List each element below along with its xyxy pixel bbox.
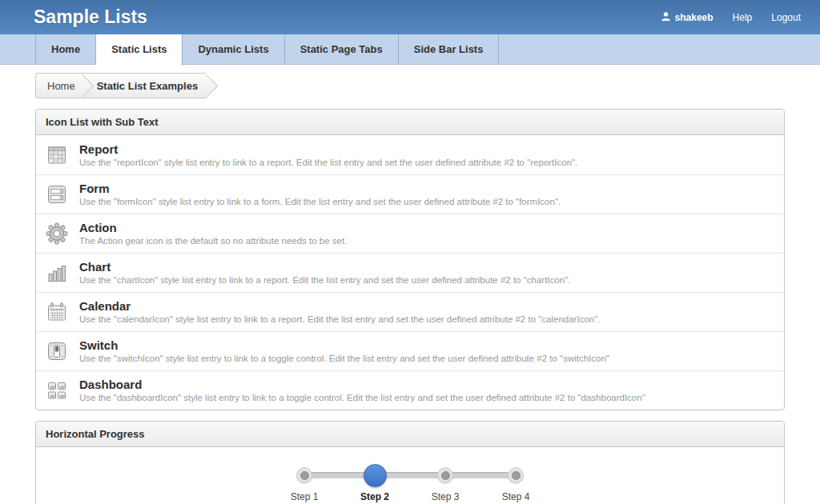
icon-list-panel-title: Icon List with Sub Text (36, 110, 784, 135)
list-item-subtext: Use the "reportIcon" style list entry to… (79, 158, 577, 168)
tab-side-bar-lists[interactable]: Side Bar Lists (399, 34, 500, 64)
list-item-title: Switch (79, 338, 609, 352)
list-item-text: Chart Use the "chartIcon" style list ent… (79, 260, 570, 286)
list-item-chart[interactable]: Chart Use the "chartIcon" style list ent… (36, 253, 784, 292)
app-header: Sample Lists shakeeb Help Logout (0, 0, 820, 34)
list-item-switch[interactable]: Switch Use the "switchIcon" style list e… (36, 331, 784, 370)
app-title: Sample Lists (34, 6, 147, 28)
list-item-subtext: Use the "formIcon" style list entry to l… (79, 197, 561, 207)
list-item-text: Report Use the "reportIcon" style list e… (79, 142, 577, 168)
list-item-calendar[interactable]: Calendar Use the "calendarIcon" style li… (36, 292, 784, 331)
progress-steps: Step 1 Step 2 Step 3 Step 4 (269, 463, 551, 502)
logout-link[interactable]: Logout (771, 12, 801, 23)
step-label: Step 1 (291, 491, 319, 502)
list-item-report[interactable]: Report Use the "reportIcon" style list e… (36, 135, 784, 174)
tab-static-page-tabs[interactable]: Static Page Tabs (285, 34, 399, 64)
tab-dynamic-lists[interactable]: Dynamic Lists (183, 34, 284, 64)
step-dot (437, 467, 453, 483)
step-dot-active (364, 464, 387, 487)
list-item-subtext: Use the "calendarIcon" style list entry … (79, 314, 600, 325)
step-dot (296, 467, 312, 483)
dashboard-icon (46, 379, 68, 402)
form-icon (46, 183, 68, 206)
list-item-form[interactable]: Form Use the "formIcon" style list entry… (36, 174, 784, 214)
chart-icon (46, 262, 68, 284)
list-item-title: Action (79, 221, 347, 234)
list-item-subtext: Use the "chartIcon" style list entry to … (79, 275, 570, 286)
breadcrumb-arrow-tip (195, 74, 219, 98)
page: Sample Lists shakeeb Help Logout Home St… (0, 0, 820, 504)
user-menu[interactable]: shakeeb (661, 11, 713, 24)
list-item-action[interactable]: Action The Action gear icon is the defau… (36, 214, 784, 253)
list-item-text: Switch Use the "switchIcon" style list e… (79, 338, 609, 364)
list-item-subtext: Use the "switchIcon" style list entry to… (79, 354, 609, 364)
progress-step-1[interactable]: Step 1 (269, 463, 340, 502)
list-item-title: Form (79, 182, 561, 195)
step-label: Step 3 (432, 491, 460, 502)
switch-icon (46, 340, 68, 362)
tab-static-lists[interactable]: Static Lists (96, 34, 183, 66)
step-dot (508, 467, 524, 483)
list-item-text: Form Use the "formIcon" style list entry… (79, 182, 561, 207)
icon-list-panel: Icon List with Sub Text Report Use the "… (35, 109, 785, 410)
horizontal-progress-panel: Horizontal Progress Step 1 Step 2 Step 3 (35, 421, 785, 504)
list-item-text: Dashboard Use the "dashboardIcon" style … (79, 378, 645, 403)
breadcrumb: Home Static List Examples (35, 73, 206, 98)
list-item-title: Chart (79, 260, 570, 274)
list-item-subtext: Use the "dashboardIcon" style list entry… (79, 393, 645, 403)
progress-step-2[interactable]: Step 2 (340, 463, 410, 502)
progress-body: Step 1 Step 2 Step 3 Step 4 (36, 447, 784, 504)
step-label: Step 4 (502, 491, 530, 502)
step-label: Step 2 (360, 491, 389, 502)
gear-icon (46, 222, 68, 245)
list-item-text: Action The Action gear icon is the defau… (79, 221, 347, 246)
report-icon (46, 144, 68, 166)
breadcrumb-current: Static List Examples (97, 80, 198, 92)
list-item-title: Dashboard (79, 378, 645, 391)
header-right: shakeeb Help Logout (661, 11, 801, 24)
list-item-title: Calendar (79, 299, 600, 313)
progress-panel-title: Horizontal Progress (36, 422, 784, 447)
user-icon (661, 11, 671, 24)
calendar-icon (46, 301, 68, 323)
breadcrumb-home[interactable]: Home (47, 80, 75, 92)
list-item-dashboard[interactable]: Dashboard Use the "dashboardIcon" style … (36, 370, 784, 410)
list-item-subtext: The Action gear icon is the default so n… (79, 236, 347, 246)
list-item-text: Calendar Use the "calendarIcon" style li… (79, 299, 600, 325)
tab-bar: Home Static Lists Dynamic Lists Static P… (0, 34, 820, 65)
progress-step-3[interactable]: Step 3 (410, 463, 480, 502)
list-item-title: Report (79, 142, 577, 156)
user-name: shakeeb (675, 12, 713, 23)
help-link[interactable]: Help (733, 12, 753, 23)
progress-step-4[interactable]: Step 4 (480, 463, 551, 502)
tab-home[interactable]: Home (35, 34, 96, 64)
